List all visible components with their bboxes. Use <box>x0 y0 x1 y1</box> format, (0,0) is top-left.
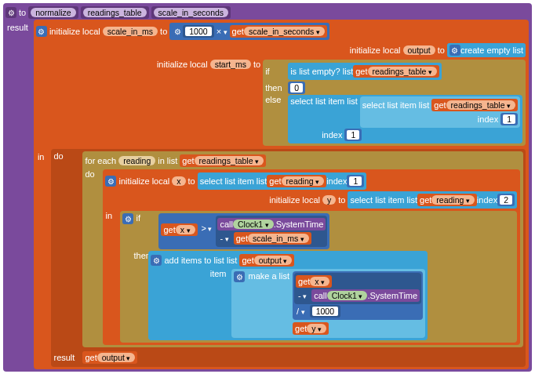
select-x[interactable]: select list item list get reading index … <box>198 172 367 190</box>
var-dd[interactable]: reading <box>431 195 475 205</box>
kw-init: initialize local <box>49 27 100 36</box>
compare-gt[interactable]: get x > <box>158 213 329 249</box>
create-empty-list[interactable]: ⚙ create empty list <box>447 43 526 57</box>
get-reading-x[interactable]: get reading <box>267 175 326 187</box>
kw-init: initialize local <box>269 195 320 205</box>
var-dd[interactable]: output <box>254 256 293 265</box>
idx1b[interactable]: 1 <box>344 129 362 141</box>
kw-additems: add items to list list <box>164 256 237 265</box>
get-x2[interactable]: get x <box>296 275 332 288</box>
var-dd[interactable]: reading <box>282 176 325 186</box>
for-each[interactable]: for each reading in list get readings_ta… <box>82 151 523 347</box>
select-y[interactable]: select list item list get reading index … <box>348 191 517 209</box>
get-x[interactable]: get x <box>161 223 197 236</box>
gear-icon[interactable]: ⚙ <box>122 213 133 224</box>
clock-call1[interactable]: call Clock1 .SystemTime <box>217 218 326 230</box>
get-output[interactable]: get output <box>239 254 294 267</box>
kw-result: result <box>5 20 31 32</box>
select-inner[interactable]: select list item list get readings_table <box>360 96 520 128</box>
var-dd[interactable]: x <box>176 225 195 234</box>
var-dd[interactable]: readings_table <box>446 100 515 110</box>
op-times[interactable]: × <box>214 27 230 36</box>
op-minus[interactable]: - <box>296 291 309 300</box>
init-scale-ms: ⚙ initialize local scale_in_ms to ⚙ 1000… <box>36 22 526 41</box>
init-local-outer[interactable]: ⚙ initialize local scale_in_ms to ⚙ 1000… <box>34 20 529 369</box>
init-start-ms: initialize local start_ms to if is list … <box>157 60 526 146</box>
clock-call2[interactable]: call Clock1 .SystemTime <box>311 289 420 302</box>
get-scale-ms[interactable]: get scale_in_ms <box>234 232 311 245</box>
proc-name[interactable]: normalize <box>28 6 78 19</box>
op-minus[interactable]: - <box>217 234 231 243</box>
proc-header: ⚙ to normalize readings_table scale_in_s… <box>5 5 231 20</box>
var-dd[interactable]: readings_table <box>368 67 437 76</box>
if-stmt[interactable]: ⚙ if get x <box>120 211 517 343</box>
add-items[interactable]: ⚙ add items to list list get output <box>148 251 428 340</box>
kw-select: select list item list <box>290 96 358 106</box>
gear-icon[interactable]: ⚙ <box>5 7 16 18</box>
make-list[interactable]: ⚙ make a list <box>231 269 425 338</box>
kw-index: index <box>322 130 342 140</box>
get-output2[interactable]: get output <box>82 351 137 364</box>
div-block[interactable]: get x <box>293 271 423 320</box>
init-xy[interactable]: ⚙ initialize local x to select list item… <box>103 169 520 345</box>
gear-icon[interactable]: ⚙ <box>172 26 183 37</box>
clock-comp[interactable]: Clock1 <box>233 220 274 229</box>
get-readings3[interactable]: get readings_table <box>180 154 266 167</box>
thousand[interactable]: 1000 <box>310 305 340 318</box>
mult-block[interactable]: ⚙ 1000 × get scale_in_seconds <box>169 23 329 40</box>
var-dd[interactable]: output <box>97 353 136 362</box>
var-dd[interactable]: readings_table <box>195 156 264 165</box>
proc-def[interactable]: ⚙ to normalize readings_table scale_in_s… <box>3 3 532 372</box>
get-y[interactable]: get y <box>293 322 329 335</box>
if-expr[interactable]: if is list empty? list get readings_tabl… <box>263 60 526 146</box>
var-dd[interactable]: scale_in_seconds <box>244 27 325 36</box>
kw-in2: in <box>105 211 118 220</box>
var-dd[interactable]: scale_in_ms <box>248 234 309 243</box>
kw-result2: result <box>53 353 80 362</box>
var-reading[interactable]: reading <box>118 156 155 165</box>
do-result: do for each reading in list get readings… <box>51 149 526 367</box>
mult-left: 1000 <box>183 25 213 38</box>
kw-in: in <box>36 149 49 162</box>
var-x[interactable]: x <box>172 176 185 186</box>
gear-icon[interactable]: ⚙ <box>449 45 460 56</box>
var-dd[interactable]: y <box>307 324 326 333</box>
minus2[interactable]: get x <box>294 273 421 304</box>
get-reading-y[interactable]: get reading <box>417 194 477 206</box>
minus-block[interactable]: call Clock1 .SystemTime <box>216 216 327 247</box>
kw-inlist: in list <box>158 156 177 165</box>
var-scale-ms[interactable]: scale_in_ms <box>103 27 158 36</box>
idx-y[interactable]: 2 <box>497 194 515 206</box>
kw-foreach: for each <box>85 156 116 165</box>
get-readings1[interactable]: get readings_table <box>353 65 439 78</box>
idx-x[interactable]: 1 <box>347 175 364 187</box>
select-outer[interactable]: select list item list select list item l… <box>288 95 522 143</box>
kw-select: select list item list <box>362 100 430 110</box>
gear-icon[interactable]: ⚙ <box>234 271 245 282</box>
gear-icon[interactable]: ⚙ <box>105 176 116 187</box>
zero-block[interactable]: 0 <box>288 82 305 94</box>
kw-index: index <box>478 114 498 124</box>
var-y[interactable]: y <box>322 195 336 205</box>
idx1a[interactable]: 1 <box>500 113 518 125</box>
var-start-ms[interactable]: start_ms <box>210 60 251 69</box>
kw-then: then <box>265 83 286 93</box>
proc-arg2[interactable]: scale_in_seconds <box>151 6 231 19</box>
kw-do: do <box>53 151 80 161</box>
op-div[interactable]: / <box>294 307 308 316</box>
proc-arg1[interactable]: readings_table <box>81 6 149 19</box>
var-output[interactable]: output <box>403 45 435 55</box>
get-readings2[interactable]: get readings_table <box>431 99 518 111</box>
gear-icon[interactable]: ⚙ <box>36 26 47 37</box>
get-scale-sec[interactable]: get scale_in_seconds <box>230 25 327 38</box>
op-gt[interactable]: > <box>199 223 215 233</box>
gear-icon[interactable]: ⚙ <box>151 255 162 266</box>
clock-method: .SystemTime <box>274 220 324 229</box>
var-dd[interactable]: x <box>310 277 329 286</box>
is-list-empty[interactable]: is list empty? list get readings_table <box>288 63 442 80</box>
kw-index: index <box>477 195 497 205</box>
kw-then2: then <box>122 251 146 260</box>
kw-to2: to <box>438 45 445 55</box>
kw-if2: if <box>136 213 156 223</box>
clock-comp[interactable]: Clock1 <box>327 291 368 300</box>
